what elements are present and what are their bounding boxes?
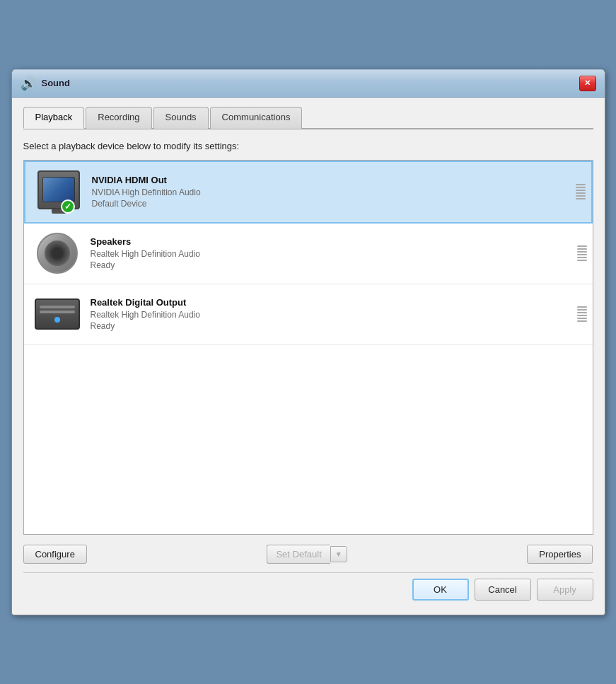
tab-recording[interactable]: Recording [86,107,151,129]
ok-button[interactable]: OK [412,579,469,601]
device-driver-nvidia-hdmi: NVIDIA High Definition Audio [92,187,583,197]
scroll-indicator-1 [576,184,586,199]
tab-playback[interactable]: Playback [23,107,85,129]
speaker-icon [37,233,78,274]
digital-output-icon [35,298,80,330]
title-bar: 🔊 Sound ✕ [12,70,605,98]
sound-dialog: 🔊 Sound ✕ Playback Recording Sounds Comm… [11,69,605,615]
set-default-dropdown[interactable]: ▼ [330,546,347,562]
device-status-digital-output: Ready [91,321,584,331]
device-item-speakers[interactable]: Speakers Realtek High Definition Audio R… [24,224,593,284]
device-name-nvidia-hdmi: NVIDIA HDMI Out [92,175,583,185]
instruction-text: Select a playback device below to modify… [23,141,593,151]
device-driver-digital-output: Realtek High Definition Audio [91,310,584,320]
configure-button[interactable]: Configure [23,545,87,564]
tv-screen [42,177,75,202]
cancel-button[interactable]: Cancel [475,579,531,601]
tab-content-playback: Select a playback device below to modify… [23,138,593,603]
device-info-digital-output: Realtek Digital Output Realtek High Defi… [91,297,584,331]
apply-button[interactable]: Apply [537,579,593,601]
device-list[interactable]: ✓ NVIDIA HDMI Out NVIDIA High Definition… [23,160,593,535]
set-default-wrap: Set Default ▼ [267,545,347,564]
title-bar-left: 🔊 Sound [21,76,70,91]
scroll-indicator-2 [577,245,587,261]
device-name-digital-output: Realtek Digital Output [91,297,584,308]
device-item-nvidia-hdmi[interactable]: ✓ NVIDIA HDMI Out NVIDIA High Definition… [24,161,593,224]
tab-bar: Playback Recording Sounds Communications [23,106,593,129]
device-icon-digital-output [33,291,82,337]
device-name-speakers: Speakers [91,236,584,247]
tab-communications[interactable]: Communications [210,107,303,129]
close-button[interactable]: ✕ [579,76,596,91]
window-content: Playback Recording Sounds Communications… [12,98,605,615]
default-checkmark: ✓ [61,199,75,214]
window-title: Sound [42,78,70,88]
window-icon: 🔊 [21,76,36,91]
device-status-speakers: Ready [91,260,584,270]
device-icon-nvidia-hdmi: ✓ [34,169,83,215]
speaker-inner [45,240,70,266]
device-item-digital-output[interactable]: Realtek Digital Output Realtek High Defi… [24,284,593,345]
set-default-button[interactable]: Set Default [267,545,330,564]
device-info-nvidia-hdmi: NVIDIA HDMI Out NVIDIA High Definition A… [92,175,583,209]
device-driver-speakers: Realtek High Definition Audio [91,249,584,259]
properties-button[interactable]: Properties [527,545,593,564]
device-icon-speakers [33,231,82,277]
device-info-speakers: Speakers Realtek High Definition Audio R… [91,236,584,270]
dialog-footer: OK Cancel Apply [23,572,593,601]
tab-sounds[interactable]: Sounds [153,107,209,129]
device-action-buttons: Configure Set Default ▼ Properties [23,545,593,564]
scroll-indicator-3 [577,306,587,322]
device-status-nvidia-hdmi: Default Device [92,199,583,209]
